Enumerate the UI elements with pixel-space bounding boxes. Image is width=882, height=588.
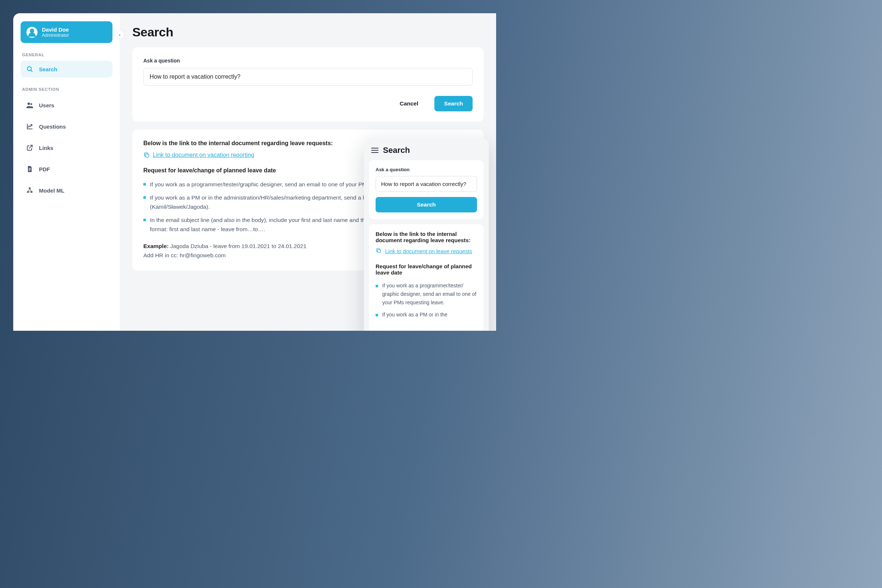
svg-point-7 <box>29 188 31 189</box>
copy-icon[interactable] <box>143 152 150 158</box>
mobile-result-intro: Below is the link to the internal docume… <box>376 231 477 243</box>
external-link-icon <box>26 144 34 152</box>
section-label-general: GENERAL <box>22 52 111 57</box>
users-icon <box>26 101 34 109</box>
sidebar-item-label: Model ML <box>39 188 64 194</box>
svg-rect-5 <box>28 170 31 170</box>
user-card[interactable]: David Doe Administrator <box>21 21 112 43</box>
sidebar-item-links[interactable]: Links <box>21 138 112 158</box>
user-role: Administrator <box>42 33 69 38</box>
ask-label: Ask a question <box>143 58 472 64</box>
svg-rect-4 <box>28 168 31 169</box>
svg-point-2 <box>28 102 30 105</box>
mobile-title: Search <box>383 146 410 155</box>
section-label-admin: ADMIN SECTION <box>22 87 111 92</box>
cancel-button[interactable]: Cancel <box>390 96 428 111</box>
copy-icon[interactable] <box>376 248 382 254</box>
mobile-doc-link[interactable]: Link to document on leave requests <box>385 248 472 254</box>
mobile-doc-link-row: Link to document on leave requests <box>376 248 477 254</box>
mobile-ask-label: Ask a question <box>376 167 477 172</box>
doc-link[interactable]: Link to document on vacation reporting <box>153 152 254 158</box>
mobile-result-card: Below is the link to the internal docume… <box>369 224 484 331</box>
svg-rect-6 <box>28 171 30 171</box>
mobile-ask-input[interactable] <box>376 176 477 192</box>
ask-actions: Cancel Search <box>143 96 472 111</box>
mobile-bullet: If you work as a programmer/tester/ grap… <box>376 282 477 307</box>
sidebar-item-label: Links <box>39 145 53 151</box>
document-icon <box>26 165 34 173</box>
svg-point-9 <box>31 191 33 193</box>
user-info: David Doe Administrator <box>42 27 69 38</box>
ask-card: Ask a question Cancel Search <box>132 47 484 122</box>
mobile-bullets: If you work as a programmer/tester/ grap… <box>376 282 477 319</box>
svg-point-3 <box>30 103 32 105</box>
search-button[interactable]: Search <box>434 96 472 111</box>
chart-icon <box>26 122 34 130</box>
mobile-bullet: If you work as a PM or in the <box>376 310 477 319</box>
page-title: Search <box>132 25 484 39</box>
mobile-header: Search <box>369 143 484 160</box>
main-content: Search Ask a question Cancel Search Belo… <box>120 13 496 331</box>
svg-rect-10 <box>146 154 149 157</box>
sidebar-item-users[interactable]: Users <box>21 95 112 115</box>
svg-rect-11 <box>377 249 380 252</box>
sidebar: David Doe Administrator ‹ GENERAL Search… <box>13 13 120 331</box>
app-frame: David Doe Administrator ‹ GENERAL Search… <box>13 13 496 331</box>
sidebar-item-pdf[interactable]: PDF <box>21 159 112 179</box>
sidebar-item-search[interactable]: Search <box>21 61 112 78</box>
sidebar-item-label: Search <box>39 66 57 72</box>
svg-point-8 <box>27 191 29 193</box>
model-icon <box>26 186 34 194</box>
svg-line-1 <box>31 70 32 72</box>
sidebar-item-label: Users <box>39 102 54 108</box>
mobile-ask-card: Ask a question Search <box>369 160 484 219</box>
avatar-icon <box>27 27 38 38</box>
ask-input[interactable] <box>143 68 472 86</box>
mobile-section-title: Request for leave/change of planned leav… <box>376 263 477 276</box>
mobile-search-button[interactable]: Search <box>376 197 477 212</box>
sidebar-item-label: PDF <box>39 166 50 172</box>
hamburger-icon[interactable] <box>371 148 378 153</box>
sidebar-item-questions[interactable]: Questions <box>21 117 112 136</box>
user-name: David Doe <box>42 27 69 33</box>
mobile-panel: Search Ask a question Search Below is th… <box>364 138 489 331</box>
search-icon <box>26 65 34 73</box>
sidebar-item-label: Questions <box>39 123 66 130</box>
sidebar-item-model-ml[interactable]: Model ML <box>21 180 112 200</box>
